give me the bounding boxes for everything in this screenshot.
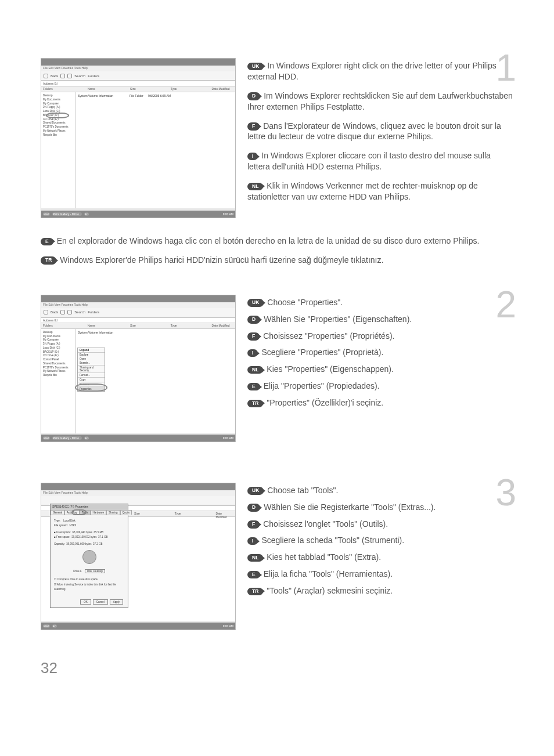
window-titlebar xyxy=(41,59,235,66)
col-size: Size xyxy=(130,324,136,328)
tree-recycle: Recycle Bin xyxy=(43,133,74,138)
menu-bar: File Edit View Favorites Tools Help xyxy=(41,302,235,308)
taskbar-app2: E:\ xyxy=(52,624,57,628)
address-bar: Address E:\ xyxy=(41,317,235,323)
step1-e: EEn el explorador de Windows haga clic c… xyxy=(41,236,513,247)
step2-i: IScegliere "Properties" (Proprietà). xyxy=(247,347,513,358)
forward-icon xyxy=(60,310,65,314)
file-item: System Volume Information xyxy=(78,94,113,97)
capacity-bytes: 39,999,901,600 bytes xyxy=(66,542,91,545)
ctx-format: Format... xyxy=(78,372,105,377)
step3-tr-text: "Tools" (Araçlar) sekmesini seçiniz. xyxy=(267,586,393,595)
free-size: 37.1 GB xyxy=(98,536,108,538)
tab-hardware: Hardware xyxy=(91,510,107,515)
ctx-open: Open xyxy=(78,357,105,361)
ctx-sharing: Sharing and Security... xyxy=(78,365,105,372)
index-check: Allow Indexing Service to index this dis… xyxy=(54,583,116,591)
forward-icon xyxy=(60,74,65,78)
back-icon xyxy=(44,74,48,78)
badge-nl: NL xyxy=(247,366,263,374)
col-type: Type xyxy=(175,512,181,516)
step2-e-text: Elija "Properties" (Propiedades). xyxy=(264,381,380,390)
tab-quota: Quota xyxy=(120,510,132,515)
step2-d-text: Wählen Sie "Properties" (Eigenschaften). xyxy=(264,314,412,324)
ok-button: OK xyxy=(80,599,91,605)
step1-tr-text: Windows Explorer'de Philips harici HDD'n… xyxy=(60,255,383,265)
tree-network: My Network Places xyxy=(43,370,74,374)
step3-e: EElija la ficha "Tools" (Herramientas). xyxy=(247,569,513,580)
tree-ctrlpanel: Control Panel xyxy=(43,358,74,362)
dialog-title: SPD5140CC (F:) Properties xyxy=(51,504,128,510)
step2-tr-text: "Properties" (Özellikler)'i seçiniz. xyxy=(267,398,383,407)
file-item: System Volume Information xyxy=(78,331,113,334)
ctx-copy: Copy xyxy=(78,377,105,382)
columns-header: Folders Name Size Type Date Modified xyxy=(41,86,235,92)
step1-f-text: Dans l'Explorateur de Windows, cliquez a… xyxy=(247,121,501,142)
tree-mydocs: My Documents xyxy=(43,335,74,339)
used-label: Used space: xyxy=(56,531,71,534)
step-number-1: 1 xyxy=(495,46,516,89)
file-list: System Volume Information File Folder 9/… xyxy=(76,92,235,208)
back-icon xyxy=(44,310,48,314)
disk-cleanup-button: Disk Cleanup xyxy=(85,569,105,573)
step3-f: FChoisissez l'onglet "Tools" (Outils). xyxy=(247,519,513,530)
badge-d: D xyxy=(247,316,260,323)
badge-e: E xyxy=(247,571,260,578)
type-label: Type: xyxy=(54,519,60,522)
folders-label: Folders xyxy=(88,310,99,314)
window-titlebar xyxy=(41,295,235,302)
address-label: Address xyxy=(43,319,53,322)
address-label: Address xyxy=(43,82,53,85)
step1-i-text: In Windows Explorer cliccare con il tast… xyxy=(247,151,491,171)
taskbar-app1: Paint Gallery - Micro... xyxy=(52,436,82,440)
tree-recycle: Recycle Bin xyxy=(43,374,74,378)
badge-d: D xyxy=(247,504,260,511)
back-label: Back xyxy=(51,74,58,78)
address-value: E:\ xyxy=(55,82,58,85)
step3-screenshot: File Edit View Favorites Tools Help Size… xyxy=(41,483,236,630)
step1-screenshot: File Edit View Favorites Tools Help Back… xyxy=(41,58,236,218)
address-bar: Address E:\ xyxy=(41,81,235,86)
search-label: Search xyxy=(74,74,85,78)
badge-nl: NL xyxy=(247,183,263,190)
step1-d-text: Im Windows Explorer rechtsklicken Sie au… xyxy=(247,91,513,111)
address-value: E:\ xyxy=(55,319,58,322)
step1-below-instructions: EEn el explorador de Windows haga clic c… xyxy=(41,236,513,266)
compress-check: Compress drive to save disk space xyxy=(57,578,98,581)
step3-f-text: Choisissez l'onglet "Tools" (Outils). xyxy=(263,519,388,529)
badge-nl: NL xyxy=(247,554,263,562)
capacity-label: Capacity: xyxy=(54,542,65,545)
toolbar: Back Search Folders xyxy=(41,308,235,317)
col-type: Type xyxy=(171,87,177,91)
badge-i: I xyxy=(247,349,258,357)
step3-nl: NLKies het tabblad "Tools" (Extra). xyxy=(247,552,513,563)
step1-i: IIn Windows Explorer cliccare con il tas… xyxy=(247,150,513,172)
col-name: Name xyxy=(88,324,95,328)
free-label: Free space: xyxy=(56,536,70,538)
taskbar: start Paint Gallery - Micro... E:\ 9:00 … xyxy=(41,211,235,218)
properties-highlight-oval xyxy=(75,384,107,392)
used-bytes: 68,706,440 bytes xyxy=(73,531,93,534)
clock: 9:00 AM xyxy=(223,624,233,628)
step3-uk: UKChoose tab "Tools". xyxy=(247,485,513,496)
step3-d-text: Wählen Sie die Registerkarte "Tools" (Ex… xyxy=(264,502,436,512)
step2-nl-text: Kies "Properties" (Eigenschappen). xyxy=(267,364,394,374)
step1-f: FDans l'Explorateur de Windows, cliquez … xyxy=(247,121,513,143)
tree-desktop: Desktop xyxy=(43,94,74,98)
dialog-buttons: OK Cancel Apply xyxy=(80,599,123,605)
start-button: start xyxy=(43,436,50,440)
tab-general: General xyxy=(51,510,64,515)
step3-instructions: UKChoose tab "Tools". DWählen Sie die Re… xyxy=(247,483,513,630)
step3-e-text: Elija la ficha "Tools" (Herramientas). xyxy=(264,569,393,578)
step1-nl: NLKlik in Windows Verkenner met de recht… xyxy=(247,180,513,202)
ctx-search: Search... xyxy=(78,361,105,365)
tree-localc: Local Disk (C:) xyxy=(43,346,74,350)
file-date: 9/6/2005 6:59 AM xyxy=(148,94,171,97)
apply-button: Apply xyxy=(110,599,123,605)
step-number-3: 3 xyxy=(495,471,516,514)
step1-uk-text: In Windows Explorer right click on the d… xyxy=(247,61,497,81)
badge-tr: TR xyxy=(247,400,263,407)
taskbar: start Paint Gallery - Micro... E:\ 9:00 … xyxy=(41,435,235,442)
badge-e: E xyxy=(247,383,260,390)
start-button: start xyxy=(43,624,50,628)
